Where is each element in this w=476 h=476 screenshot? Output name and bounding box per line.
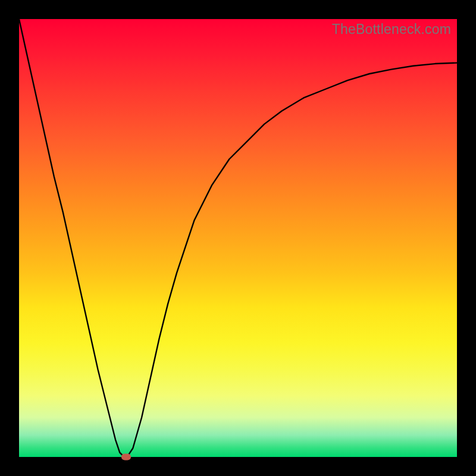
plot-area: TheBottleneck.com [19,19,457,457]
optimal-point-marker [121,454,131,461]
bottleneck-curve [19,19,457,457]
chart-frame: TheBottleneck.com [0,0,476,476]
